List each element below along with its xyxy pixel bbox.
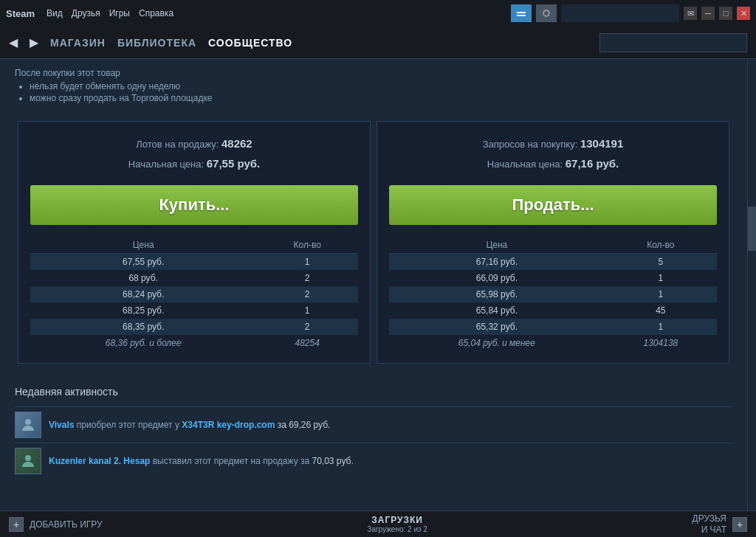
sell-row-price: 65,98 руб. [389,286,605,302]
sell-summary-price: 65,04 руб. и менее [389,335,605,351]
sell-table-summary: 65,04 руб. и менее1304138 [389,335,717,351]
activity-amount-2: 70,03 руб. [312,456,353,466]
sell-table-row: 66,09 руб.1 [389,270,717,286]
sell-row-qty: 5 [605,254,717,271]
sell-button[interactable]: Продать... [389,185,717,225]
buy-row-qty: 1 [256,254,358,271]
buy-row-qty: 1 [256,302,358,319]
bottom-center: ЗАГРУЗКИ Загружено: 2 из 2 [367,515,427,533]
buy-lots-label: Лотов на продажу: [136,139,219,150]
svg-point-2 [543,10,549,16]
sell-stats: Запросов на покупку: 1304191 Начальная ц… [389,134,717,173]
menu-help[interactable]: Справка [139,8,173,18]
buy-price-table: Цена Кол-во 67,55 руб.168 руб.268,24 руб… [30,237,358,351]
buy-summary-price: 68,36 руб. и более [30,335,256,351]
buy-row-price: 68,25 руб. [30,302,256,319]
nav-back-btn[interactable]: ◀ [9,35,18,49]
scrollbar-thumb[interactable] [748,207,756,251]
titlebar-controls: ✉ ─ □ ✕ [511,4,750,22]
add-game-label: ДОБАВИТЬ ИГРУ [30,519,103,530]
sell-table-row: 67,16 руб.5 [389,254,717,271]
activity-item-2: Kuzenler kanal 2. Hesap выставил этот пр… [15,443,732,479]
menu-games[interactable]: Игры [109,8,130,18]
titlebar-close-btn[interactable]: ✕ [737,7,750,20]
menu-friends[interactable]: Друзья [72,8,100,18]
downloads-label: ЗАГРУЗКИ [367,515,427,525]
buy-table-row: 68,35 руб.2 [30,319,358,335]
navbar: ◀ ▶ МАГАЗИН БИБЛИОТЕКА СООБЩЕСТВО [0,27,756,59]
activity-amount-1: за 69,26 руб. [278,420,331,430]
recent-activity-title: Недавняя активность [15,386,732,398]
menu-bar: Вид Друзья Игры Справка [47,8,173,18]
content-area: После покупки этот товар нельзя будет об… [0,59,747,510]
friends-icon-btn[interactable]: + [732,517,747,532]
sell-price-table: Цена Кол-во 67,16 руб.566,09 руб.165,98 … [389,237,717,351]
search-input[interactable] [599,33,747,52]
add-game-icon-btn[interactable]: + [9,517,24,532]
buy-table-row: 68,25 руб.1 [30,302,358,319]
friends-label: ДРУЗЬЯИ ЧАТ [693,513,726,535]
nav-library[interactable]: БИБЛИОТЕКА [117,37,196,49]
buy-row-price: 68 руб. [30,270,256,286]
titlebar-icon-btn2[interactable] [536,4,557,22]
buy-row-price: 68,35 руб. [30,319,256,335]
avatar-kuzenler [15,448,41,474]
sell-col-price: Цена [389,237,605,254]
activity-seller-1: X34T3R key-drop.com [182,420,275,430]
app-title: Steam [6,8,35,19]
titlebar-maximize-btn[interactable]: □ [719,7,732,20]
buy-price-label: Начальная цена: [128,159,204,170]
buy-summary-qty: 48254 [256,335,358,351]
notice-box: После покупки этот товар нельзя будет об… [0,59,747,111]
titlebar-left: Steam Вид Друзья Игры Справка [6,8,173,19]
svg-rect-0 [517,12,526,13]
main-content: После покупки этот товар нельзя будет об… [0,59,756,510]
nav-store[interactable]: МАГАЗИН [50,37,106,49]
activity-user-1: Vivals [49,420,74,430]
buy-col-qty: Кол-во [256,237,358,254]
market-panels: Лотов на продажу: 48262 Начальная цена: … [0,111,747,374]
activity-text-2: Kuzenler kanal 2. Hesap выставил этот пр… [49,456,354,466]
svg-point-3 [25,419,31,425]
buy-row-qty: 2 [256,270,358,286]
sell-row-price: 67,16 руб. [389,254,605,271]
menu-vid[interactable]: Вид [47,8,63,18]
sell-row-qty: 1 [605,319,717,335]
buy-row-qty: 2 [256,286,358,302]
downloads-sub: Загружено: 2 из 2 [367,525,427,533]
sell-lots-label: Запросов на покупку: [483,139,578,150]
activity-action-2: выставил этот предмет на продажу за [153,456,312,466]
sell-table-row: 65,84 руб.45 [389,302,717,319]
sell-row-qty: 1 [605,270,717,286]
buy-table-row: 68,24 руб.2 [30,286,358,302]
titlebar: Steam Вид Друзья Игры Справка ✉ ─ □ ✕ [0,0,756,27]
nav-community[interactable]: СООБЩЕСТВО [208,37,292,49]
titlebar-minimize-btn[interactable]: ─ [701,7,715,20]
notice-item-1: нельзя будет обменять одну неделю [30,81,732,91]
sell-row-price: 65,32 руб. [389,319,605,335]
bottom-left: + ДОБАВИТЬ ИГРУ [9,517,103,532]
sell-price-label: Начальная цена: [487,159,563,170]
titlebar-mail-btn[interactable]: ✉ [684,7,697,20]
buy-table-row: 67,55 руб.1 [30,254,358,271]
notice-item-2: можно сразу продать на Торговой площадке [30,93,732,103]
titlebar-icon-btn1[interactable] [511,4,532,22]
username-input[interactable] [561,4,679,22]
buy-lots-value: 48262 [221,137,252,150]
buy-table-row: 68 руб.2 [30,270,358,286]
svg-rect-1 [517,15,526,16]
scrollbar[interactable] [747,59,756,510]
bottombar: + ДОБАВИТЬ ИГРУ ЗАГРУЗКИ Загружено: 2 из… [0,510,756,537]
sell-row-qty: 1 [605,286,717,302]
buy-button[interactable]: Купить... [30,185,358,225]
activity-text-1: Vivals приобрел этот предмет у X34T3R ke… [49,420,330,430]
buy-stats: Лотов на продажу: 48262 Начальная цена: … [30,134,358,173]
sell-price-value: 67,16 руб. [566,157,619,170]
nav-forward-btn[interactable]: ▶ [30,35,38,49]
activity-item-1: Vivals приобрел этот предмет у X34T3R ke… [15,406,732,443]
buy-col-price: Цена [30,237,256,254]
buy-price-value: 67,55 руб. [207,157,260,170]
sell-lots-value: 1304191 [580,137,623,150]
notice-heading: После покупки этот товар [15,68,732,78]
buy-row-price: 68,24 руб. [30,286,256,302]
